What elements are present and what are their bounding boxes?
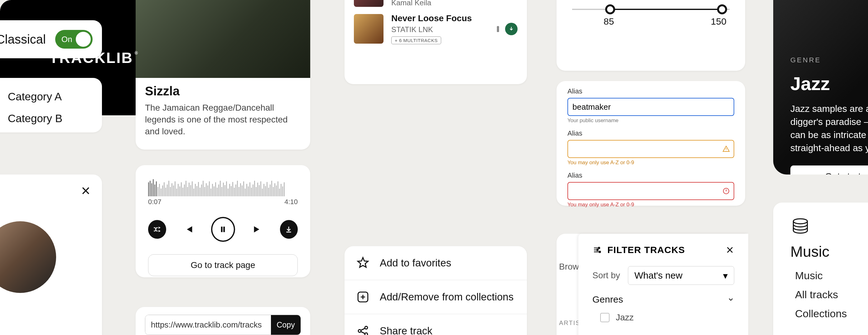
time-elapsed: 0:07 <box>148 198 161 206</box>
svg-point-9 <box>599 251 600 253</box>
track-artist: STATIK LNK <box>391 25 489 34</box>
copy-url-input[interactable] <box>145 315 271 335</box>
caret-down-icon: ▾ <box>723 270 728 281</box>
menu-label: Add/Remove from collections <box>380 291 514 303</box>
profile-modal <box>0 174 102 335</box>
alias-label: Alias <box>567 87 734 95</box>
stack-icon <box>790 216 868 235</box>
bpm-slider[interactable] <box>572 9 730 10</box>
shuffle-button[interactable] <box>148 220 166 239</box>
tracklist-card: Muslims and Christians Kamal Keila ••• N… <box>344 0 527 84</box>
goto-track-button[interactable]: Go to track page <box>148 254 298 276</box>
error-icon <box>722 187 730 195</box>
bpm-slider-card: BPM: 85 150 <box>557 0 745 71</box>
slider-handle-min[interactable] <box>605 4 615 14</box>
svg-rect-0 <box>221 227 223 232</box>
waveform[interactable] <box>148 178 298 196</box>
nav-item-collections[interactable]: Collections <box>795 308 868 320</box>
alias-card: Alias Your public username Alias You may… <box>557 81 745 206</box>
artist-photo <box>135 0 310 78</box>
time-total: 4:10 <box>284 198 298 206</box>
nav-item-music[interactable]: Music <box>795 270 868 282</box>
nav-title: Music <box>790 243 868 260</box>
menu-favorites[interactable]: Add to favorites <box>344 246 527 280</box>
download-button[interactable] <box>280 220 298 239</box>
genre-option-label: Jazz <box>616 312 634 323</box>
alias-hint-warning: You may only use A-Z or 0-9 <box>567 160 734 166</box>
svg-rect-1 <box>223 227 225 232</box>
sort-value: What's new <box>634 270 682 281</box>
close-icon[interactable] <box>81 186 91 196</box>
more-icon[interactable]: ••• <box>496 26 499 32</box>
genre-cta-button[interactable]: Get started <box>790 165 868 174</box>
genres-label: Genres <box>592 294 623 305</box>
toggle-state-text: On <box>61 35 72 44</box>
close-icon[interactable] <box>725 245 734 254</box>
avatar <box>0 221 56 293</box>
copy-link-card: Copy <box>135 307 310 335</box>
menu-label: Share track <box>380 325 432 335</box>
genre-hero-card: GENRE Jazz Jazz samples are a digger's p… <box>773 0 868 174</box>
nav-item-all-tracks[interactable]: All tracks <box>795 289 868 301</box>
alias-input-warning[interactable] <box>567 140 734 158</box>
checkbox-icon <box>600 313 610 322</box>
category-radio-card: Category A Category B <box>0 78 102 132</box>
pause-button[interactable] <box>211 217 235 242</box>
track-artist: Kamal Keila <box>391 0 489 7</box>
alias-hint: Your public username <box>567 118 734 124</box>
bpm-max: 150 <box>711 16 726 27</box>
genres-expander[interactable]: Genres <box>592 294 734 305</box>
genre-name: Jazz <box>790 73 868 94</box>
artist-card[interactable]: Sizzla The Jamaican Reggae/Dancehall leg… <box>135 0 310 149</box>
alias-label: Alias <box>567 129 734 137</box>
star-icon <box>355 256 370 270</box>
next-button[interactable] <box>252 224 263 235</box>
chevron-down-icon <box>727 296 734 303</box>
genre-eyebrow: GENRE <box>790 56 868 64</box>
artist-description: The Jamaican Reggae/Dancehall legends is… <box>145 102 301 137</box>
previous-button[interactable] <box>183 224 194 235</box>
tracklib-logo: TRACKLIB <box>49 49 133 66</box>
radio-option-b[interactable]: Category B <box>0 112 86 125</box>
toggle-knob <box>76 32 91 47</box>
toggle-label: Classical <box>0 32 46 46</box>
sort-select[interactable]: What's new ▾ <box>628 266 734 285</box>
toggle-switch[interactable]: On <box>55 30 93 48</box>
plus-square-icon <box>355 290 370 304</box>
menu-label: Add to favorites <box>380 257 451 269</box>
track-title: Never Loose Focus <box>391 13 489 23</box>
album-art <box>354 14 383 44</box>
menu-collections[interactable]: Add/Remove from collections <box>344 280 527 314</box>
menu-share[interactable]: Share track <box>344 314 527 335</box>
share-icon <box>355 324 370 335</box>
alias-hint-error: You may only use A-Z or 0-9 <box>567 202 734 208</box>
svg-point-10 <box>794 219 807 224</box>
player-card: 0:07 4:10 Go to track page <box>135 165 310 277</box>
copy-button[interactable]: Copy <box>271 315 301 335</box>
radio-label: Category B <box>8 112 62 125</box>
filter-panel: FILTER TRACKS Sort by What's new ▾ Genre… <box>578 234 748 335</box>
alias-label: Alias <box>567 171 734 179</box>
artist-name: Sizzla <box>145 84 301 98</box>
filter-title: FILTER TRACKS <box>607 245 685 255</box>
context-menu: Add to favorites Add/Remove from collect… <box>344 246 527 335</box>
radio-label: Category A <box>8 90 62 103</box>
sort-label: Sort by <box>592 270 620 280</box>
warning-icon <box>722 145 730 153</box>
slider-handle-max[interactable] <box>717 4 727 14</box>
genre-option-jazz[interactable]: Jazz <box>600 312 734 323</box>
track-row[interactable]: Never Loose Focus STATIK LNK + 6 MULTITR… <box>354 13 518 44</box>
multitrack-badge: + 6 MULTITRACKS <box>391 36 441 44</box>
alias-input-focused[interactable] <box>567 98 734 116</box>
svg-point-7 <box>598 247 600 249</box>
album-art <box>354 0 383 7</box>
download-icon[interactable] <box>505 23 518 35</box>
sliders-icon <box>592 245 602 255</box>
svg-point-5 <box>365 333 368 335</box>
radio-option-a[interactable]: Category A <box>0 90 86 103</box>
nav-card: Music Music All tracks Collections <box>773 203 868 335</box>
alias-input-error[interactable] <box>567 182 734 200</box>
track-row[interactable]: Muslims and Christians Kamal Keila ••• <box>354 0 518 7</box>
genre-desc: Jazz samples are a digger's paradise — t… <box>790 102 868 155</box>
svg-point-8 <box>597 249 598 251</box>
